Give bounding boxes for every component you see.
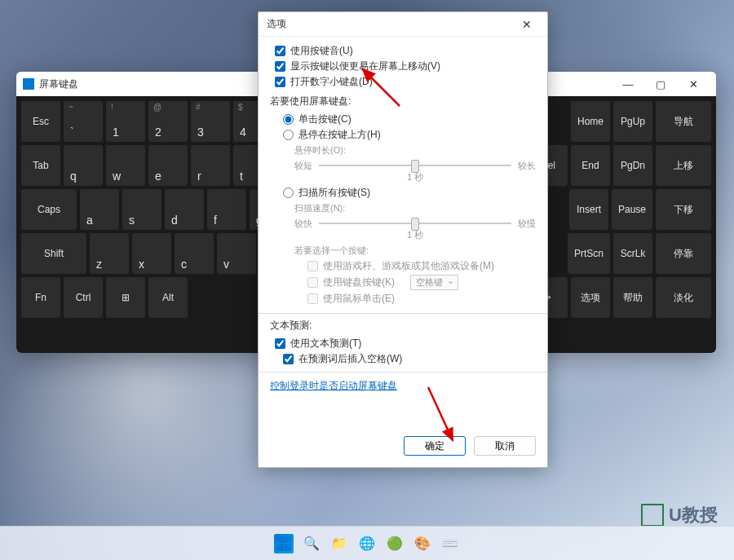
label-scan-keys: 扫描所有按键(S) xyxy=(298,186,370,200)
key-scrlk[interactable]: ScrLk xyxy=(613,233,652,274)
start-button[interactable] xyxy=(272,532,295,555)
taskbar[interactable]: 🔍 📁 🌐 🟢 🎨 ⌨️ xyxy=(0,526,734,560)
maximize-button[interactable]: ▢ xyxy=(644,73,677,95)
dialog-titlebar[interactable]: 选项 ✕ xyxy=(259,12,547,37)
osk-title: 屏幕键盘 xyxy=(39,77,78,91)
key-f[interactable]: f xyxy=(207,189,246,230)
slider-min-short: 较短 xyxy=(294,160,312,172)
cancel-button[interactable]: 取消 xyxy=(474,436,536,456)
label-insert-space: 在预测词后插入空格(W) xyxy=(298,352,402,366)
scan-speed-slider[interactable] xyxy=(319,216,511,231)
key-1[interactable]: !1 xyxy=(106,101,145,142)
key-esc[interactable]: Esc xyxy=(21,101,60,142)
close-button[interactable]: ✕ xyxy=(677,73,710,95)
key-v[interactable]: v xyxy=(217,233,256,274)
watermark-text: U教授 xyxy=(669,503,718,527)
label-mouse-click: 使用鼠标单击(E) xyxy=(323,292,395,306)
watermark: U教授 xyxy=(641,503,718,527)
key-pause[interactable]: Pause xyxy=(612,189,652,230)
checkbox-keyboard-key xyxy=(307,277,318,288)
scan-speed-label: 扫描速度(N): xyxy=(294,202,536,214)
taskbar-paint-icon[interactable]: 🎨 xyxy=(411,532,434,555)
taskbar-search-icon[interactable]: 🔍 xyxy=(300,532,323,555)
key-a[interactable]: a xyxy=(80,189,119,230)
dialog-title-text: 选项 xyxy=(267,17,286,31)
key-3[interactable]: #3 xyxy=(191,101,230,142)
checkbox-prediction[interactable] xyxy=(275,338,285,349)
key-shift[interactable]: Shift xyxy=(21,233,86,274)
key-tab[interactable]: Tab xyxy=(21,145,60,186)
key-alt[interactable]: Alt xyxy=(148,277,188,318)
minimize-button[interactable]: — xyxy=(612,73,644,95)
key-nav[interactable]: 导航 xyxy=(656,101,711,142)
key-backtick[interactable]: ~` xyxy=(64,101,103,142)
key-prtscn[interactable]: PrtScn xyxy=(568,233,610,274)
watermark-logo-icon xyxy=(641,504,664,527)
key-insert[interactable]: Insert xyxy=(569,189,608,230)
label-numpad: 打开数字小键盘(D) xyxy=(290,75,373,89)
radio-scan-keys[interactable] xyxy=(283,187,294,198)
taskbar-chrome-icon[interactable]: 🟢 xyxy=(383,532,406,555)
hover-duration-value: 1 秒 xyxy=(294,171,536,183)
key-help[interactable]: 帮助 xyxy=(613,277,652,318)
section-prediction: 文本预测: xyxy=(270,319,536,333)
key-c[interactable]: c xyxy=(175,233,214,274)
checkbox-click-sound[interactable] xyxy=(275,46,285,56)
dialog-close-button[interactable]: ✕ xyxy=(515,13,539,36)
key-moveup[interactable]: 上移 xyxy=(656,145,711,186)
radio-click-keys[interactable] xyxy=(283,114,294,125)
slider-max-slow: 较慢 xyxy=(518,218,536,230)
key-z[interactable]: z xyxy=(90,233,129,274)
key-s[interactable]: s xyxy=(122,189,161,230)
key-e[interactable]: e xyxy=(148,145,188,186)
label-click-keys: 单击按键(C) xyxy=(298,112,352,126)
label-click-sound: 使用按键音(U) xyxy=(290,44,353,58)
section-select-key: 若要选择一个按键: xyxy=(294,245,536,257)
key-2[interactable]: @2 xyxy=(148,101,188,142)
label-hover-keys: 悬停在按键上方(H) xyxy=(298,128,381,142)
key-x[interactable]: x xyxy=(132,233,171,274)
radio-hover-keys[interactable] xyxy=(283,130,294,140)
key-pgdn[interactable]: PgDn xyxy=(613,145,652,186)
combo-spacebar: 空格键 xyxy=(410,275,458,290)
key-ctrl[interactable]: Ctrl xyxy=(64,277,103,318)
scan-speed-value: 1 秒 xyxy=(294,229,536,241)
key-win[interactable]: ⊞ xyxy=(106,277,145,318)
key-dock[interactable]: 停靠 xyxy=(656,233,711,274)
checkbox-numpad[interactable] xyxy=(275,77,285,87)
checkbox-show-keys[interactable] xyxy=(275,61,285,72)
key-movedown[interactable]: 下移 xyxy=(656,189,711,230)
key-r[interactable]: r xyxy=(191,145,230,186)
checkbox-mouse-click xyxy=(307,293,318,304)
label-prediction: 使用文本预测(T) xyxy=(290,337,361,351)
checkbox-joystick xyxy=(307,261,318,271)
key-w[interactable]: w xyxy=(106,145,145,186)
taskbar-edge-icon[interactable]: 🌐 xyxy=(356,532,378,555)
key-options[interactable]: 选项 xyxy=(571,277,610,318)
link-control-login[interactable]: 控制登录时是否启动屏幕键盘 xyxy=(270,380,397,391)
hover-duration-label: 悬停时长(O): xyxy=(294,144,536,157)
checkbox-insert-space[interactable] xyxy=(283,354,294,364)
key-fn[interactable]: Fn xyxy=(21,277,60,318)
key-d[interactable]: d xyxy=(165,189,204,230)
section-use-osk: 若要使用屏幕键盘: xyxy=(270,95,536,108)
label-keyboard-key: 使用键盘按键(K) xyxy=(323,276,395,289)
key-pgup[interactable]: PgUp xyxy=(613,101,652,142)
label-joystick: 使用游戏杆、游戏板或其他游戏设备(M) xyxy=(323,259,494,273)
osk-app-icon xyxy=(23,78,34,90)
taskbar-explorer-icon[interactable]: 📁 xyxy=(328,532,351,555)
ok-button[interactable]: 确定 xyxy=(404,436,466,456)
hover-duration-slider[interactable] xyxy=(319,158,511,173)
key-caps[interactable]: Caps xyxy=(21,189,77,230)
taskbar-osk-icon[interactable]: ⌨️ xyxy=(439,532,462,555)
slider-min-fast: 较快 xyxy=(294,218,312,230)
key-q[interactable]: q xyxy=(64,145,103,186)
key-fade[interactable]: 淡化 xyxy=(656,277,711,318)
slider-max-long: 较长 xyxy=(518,160,536,172)
options-dialog: 选项 ✕ 使用按键音(U) 显示按键以便更易在屏幕上移动(V) 打开数字小键盘(… xyxy=(258,11,548,468)
label-show-keys: 显示按键以便更易在屏幕上移动(V) xyxy=(290,60,440,73)
dialog-body: 使用按键音(U) 显示按键以便更易在屏幕上移动(V) 打开数字小键盘(D) 若要… xyxy=(259,37,547,428)
key-end[interactable]: End xyxy=(571,145,610,186)
key-home[interactable]: Home xyxy=(571,101,610,142)
